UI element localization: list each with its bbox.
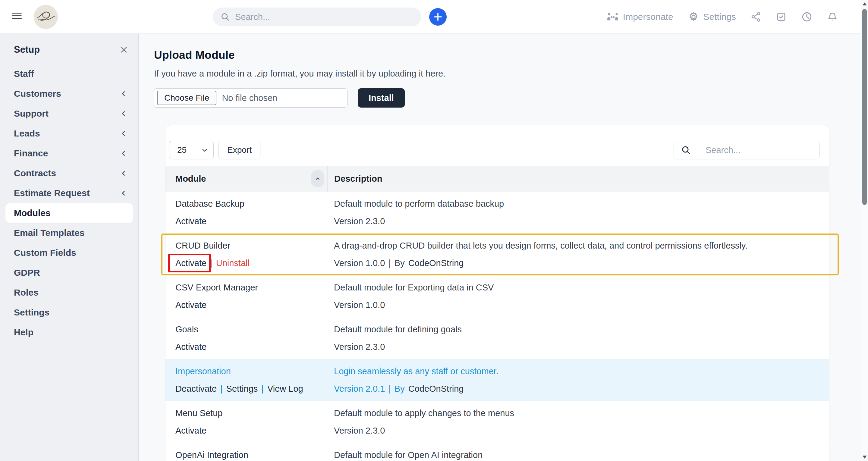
sidebar-item-label: Custom Fields [14,248,76,258]
upload-module-section: Upload Module If you have a module in a … [138,34,868,107]
table-row[interactable]: CSV Export Manager Default module for Ex… [165,275,829,317]
page-subtitle: If you have a module in a .zip format, y… [154,69,868,79]
scrollbar[interactable] [861,0,868,461]
module-version: Version 2.3.0 [334,426,385,436]
page-title: Upload Module [154,49,868,61]
module-description: Default module for Open AI integration [334,450,483,460]
menu-toggle-icon[interactable] [12,13,22,19]
chevron-left-icon [120,149,127,157]
module-actions: Activate|Uninstall [176,258,334,268]
module-description: Default module to apply changes to the m… [334,408,514,418]
scroll-up-arrow[interactable] [863,2,867,5]
table-row[interactable]: Menu Setup Default module to apply chang… [165,401,829,443]
sidebar-item-settings[interactable]: Settings [0,303,138,322]
tasks-check-icon[interactable] [776,11,786,22]
sidebar-header: Setup [14,41,128,58]
per-page-select[interactable]: 25 [169,141,214,159]
sidebar-item-finance[interactable]: Finance [0,144,138,163]
sidebar-item-support[interactable]: Support [0,104,138,124]
sidebar-item-staff[interactable]: Staff [0,64,138,84]
sidebar-item-custom-fields[interactable]: Custom Fields [0,243,138,263]
global-search[interactable] [213,7,421,26]
chevron-left-icon [120,169,127,177]
sidebar-item-label: Help [14,327,33,337]
choose-file-button[interactable]: Choose File [157,91,216,105]
action-activate[interactable]: Activate [176,342,207,352]
sort-ascending-icon[interactable] [311,170,324,187]
sidebar-item-label: Modules [14,208,51,218]
module-by-label: By [395,384,405,394]
sidebar-item-label: GDPR [14,268,40,278]
module-by-label: By [395,258,405,268]
action-deactivate[interactable]: Deactivate [176,384,217,394]
module-version: Version 2.0.1 [334,384,385,394]
module-name: CRUD Builder [176,241,334,251]
table-row[interactable]: Impersonation Login seamlessly as any st… [165,359,829,401]
action-uninstall[interactable]: Uninstall [216,258,250,268]
sidebar-item-roles[interactable]: Roles [0,283,138,303]
module-version-info: Version 2.0.1|ByCodeOnString [334,384,464,394]
quick-add-button[interactable] [429,8,447,26]
sidebar-item-label: Roles [14,287,38,298]
sidebar-item-customers[interactable]: Customers [0,84,138,104]
impersonate-button[interactable]: Impersonate [607,11,673,22]
sidebar-item-label: Leads [14,128,40,139]
module-version-info: Version 1.0.0|ByCodeOnString [334,258,464,268]
action-activate[interactable]: Activate [176,426,207,436]
module-name: Database Backup [176,199,334,209]
module-actions: Deactivate|Settings|View Log [176,384,334,394]
close-icon[interactable] [120,45,128,54]
sidebar-item-label: Finance [14,148,48,158]
file-input[interactable]: Choose File No file chosen [154,88,347,107]
knot-logo-icon [36,7,55,26]
sidebar-nav: Staff Customers Support Leads Finance Co… [0,64,138,342]
per-page-value: 25 [177,145,187,155]
module-description: Login seamlessly as any staff or custome… [334,366,498,376]
scroll-down-arrow[interactable] [863,456,867,459]
scrollbar-thumb[interactable] [862,9,867,205]
sidebar-item-modules[interactable]: Modules [5,203,133,223]
column-header-module[interactable]: Module [165,166,327,192]
module-rows: Database Backup Default module to perfor… [165,192,829,461]
export-button[interactable]: Export [218,141,260,159]
table-row[interactable]: Goals Default module for defining goals … [165,317,829,359]
search-icon [674,141,698,159]
action-view-log[interactable]: View Log [267,384,303,394]
sidebar-item-leads[interactable]: Leads [0,124,138,144]
table-row[interactable]: OpenAi Integration Default module for Op… [165,443,829,461]
module-description: Default module to perform database backu… [334,199,504,209]
table-search[interactable] [674,141,819,159]
settings-label: Settings [704,12,736,22]
sidebar-item-contracts[interactable]: Contracts [0,163,138,183]
global-search-input[interactable] [235,12,404,22]
module-description: Default module for defining goals [334,325,462,334]
sidebar-item-label: Contracts [14,168,56,178]
action-activate[interactable]: Activate [176,300,207,310]
topbar-actions: Impersonate Settings [607,0,838,34]
chevron-down-icon [201,146,209,154]
module-version-info: Version 2.3.0 [334,426,385,436]
timesheet-clock-icon[interactable] [801,11,812,23]
sidebar-item-gdpr[interactable]: GDPR [0,263,138,283]
module-name: OpenAi Integration [176,450,334,460]
action-activate[interactable]: Activate [176,216,207,226]
column-header-description[interactable]: Description [327,166,829,192]
app-logo[interactable] [34,5,58,29]
sidebar-item-label: Email Templates [14,228,85,238]
notifications-bell-icon[interactable] [827,11,838,23]
share-icon[interactable] [750,11,761,22]
module-version: Version 2.3.0 [334,216,385,226]
table-row[interactable]: Database Backup Default module to perfor… [165,192,829,234]
sidebar-item-help[interactable]: Help [0,322,138,342]
sidebar-item-email-templates[interactable]: Email Templates [0,223,138,243]
table-row[interactable]: CRUD Builder A drag-and-drop CRUD builde… [165,234,829,275]
module-version: Version 1.0.0 [334,300,385,310]
table-search-input[interactable] [698,141,819,159]
module-version-info: Version 1.0.0 [334,300,385,310]
install-button[interactable]: Install [358,88,405,107]
sidebar-item-estimate-request[interactable]: Estimate Request [0,183,138,203]
action-settings[interactable]: Settings [226,384,258,394]
action-activate[interactable]: Activate [176,258,207,268]
setup-sidebar: Setup Staff Customers Support Leads Fina… [0,34,138,461]
settings-button[interactable]: Settings [688,11,736,23]
